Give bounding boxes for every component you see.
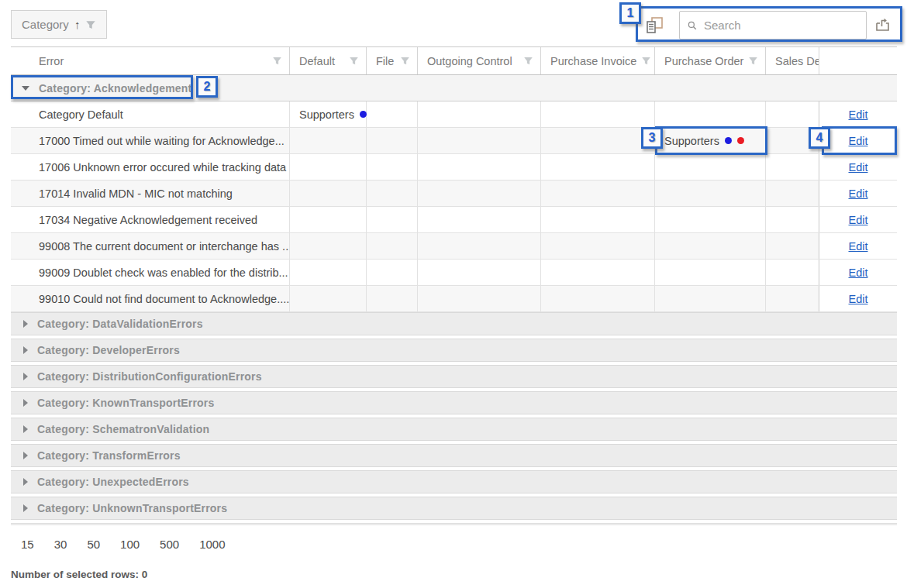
expand-group-icon[interactable] (23, 373, 28, 380)
page-size-option-100[interactable]: 100 (120, 538, 140, 551)
outgoing_control-cell (418, 101, 541, 127)
expand-group-icon[interactable] (23, 452, 28, 459)
purchase_order-cell (655, 260, 766, 285)
edit-link[interactable]: Edit (849, 187, 868, 200)
group-row-collapsed[interactable]: Category: DeveloperErrors (11, 339, 897, 362)
column-header-label: Outgoing Control (427, 55, 512, 67)
column-header-label: File (376, 55, 394, 67)
file-cell (367, 128, 418, 153)
table-row[interactable]: 99010 Could not find document to Acknowl… (11, 286, 897, 312)
filter-icon[interactable] (523, 56, 533, 66)
actions-cell: Edit (819, 101, 897, 127)
column-header-default[interactable]: Default (290, 47, 367, 74)
collapse-group-icon[interactable] (22, 86, 29, 91)
error-cell: Category Default (11, 101, 290, 127)
sales_despatch-cell (766, 181, 819, 206)
column-header-outgoing_control[interactable]: Outgoing Control (418, 47, 541, 74)
group-row-label: Category: DeveloperErrors (37, 344, 180, 356)
grid-bottom-border (11, 523, 897, 525)
table-row[interactable]: 99008 The current document or interchang… (11, 233, 897, 260)
annotation-badge-2: 2 (196, 76, 218, 98)
purchase_order-cell (655, 154, 766, 180)
column-header-purchase_order[interactable]: Purchase Order (655, 47, 766, 74)
sort-ascending-icon[interactable]: ↑ (74, 18, 81, 31)
outgoing_control-cell (418, 154, 541, 180)
expand-group-icon[interactable] (23, 320, 28, 328)
table-row[interactable]: Category DefaultSupportersEdit (11, 101, 897, 128)
expand-group-icon[interactable] (23, 346, 28, 354)
table-row[interactable]: 17014 Invalid MDN - MIC not matchingEdit (11, 181, 897, 207)
file-cell (367, 207, 418, 232)
error-cell: 17006 Unknown error occured while tracki… (11, 154, 290, 180)
export-button[interactable] (874, 17, 891, 33)
errors-grid: ErrorDefaultFileOutgoing ControlPurchase… (11, 46, 897, 525)
group-row-collapsed[interactable]: Category: UnexpectedErrors (11, 470, 897, 493)
edit-link[interactable]: Edit (849, 161, 868, 174)
filter-icon[interactable] (272, 56, 282, 66)
table-row[interactable]: 17006 Unknown error occured while tracki… (11, 154, 897, 181)
column-chooser-button[interactable] (645, 15, 664, 35)
blue-dot-icon (725, 137, 732, 144)
column-header-actions[interactable] (819, 47, 897, 74)
filter-icon[interactable] (641, 56, 651, 66)
search-input[interactable] (704, 19, 858, 32)
edit-link[interactable]: Edit (849, 135, 868, 147)
default-cell (290, 260, 367, 285)
group-row-collapsed[interactable]: Category: KnownTransportErrors (11, 391, 897, 414)
group-row-collapsed[interactable]: Category: DistributionConfigurationError… (11, 365, 897, 388)
edit-link[interactable]: Edit (849, 108, 868, 121)
group-row-collapsed[interactable]: Category: SchematronValidation (11, 418, 897, 441)
actions-cell: Edit4 (819, 128, 897, 153)
table-row[interactable]: 17000 Timed out while waiting for Acknow… (11, 128, 897, 154)
page-size-option-30[interactable]: 30 (54, 538, 67, 551)
column-header-purchase_invoice[interactable]: Purchase Invoice (541, 47, 655, 74)
export-icon (874, 17, 891, 33)
edit-link[interactable]: Edit (849, 214, 868, 226)
table-row[interactable]: 17034 Negative Acknowledgement receivedE… (11, 207, 897, 233)
group-row-label: Category: TransformErrors (37, 449, 181, 462)
funnel-icon[interactable] (85, 19, 96, 30)
outgoing_control-cell (418, 207, 541, 232)
page-size-option-1000[interactable]: 1000 (199, 538, 225, 551)
group-row-collapsed[interactable]: Category: TransformErrors (11, 444, 897, 467)
expand-group-icon[interactable] (23, 478, 28, 486)
group-row-label: Category: DataValidationErrors (37, 318, 203, 330)
column-header-sales_despatch[interactable]: Sales Desp (766, 47, 819, 74)
actions-cell: Edit (819, 154, 897, 180)
collapsed-groups-section: Category: DataValidationErrorsCategory: … (11, 312, 897, 520)
group-row-collapsed[interactable]: Category: DataValidationErrors (11, 312, 897, 335)
edit-link[interactable]: Edit (849, 293, 868, 305)
group-by-chip-category[interactable]: Category ↑ (11, 10, 107, 39)
filter-icon[interactable] (748, 56, 758, 66)
purchase_invoice-cell (541, 154, 655, 180)
search-box (679, 11, 867, 40)
file-cell (367, 154, 418, 180)
column-header-label: Purchase Invoice (550, 55, 636, 67)
group-row-label: Category: UnexpectedErrors (37, 476, 189, 488)
expand-group-icon[interactable] (23, 504, 28, 512)
column-header-error[interactable]: Error (11, 47, 290, 74)
purchase_order-cell (655, 286, 766, 311)
edit-link[interactable]: Edit (849, 266, 868, 279)
grid-body: Category DefaultSupportersEdit17000 Time… (11, 101, 897, 312)
filter-icon[interactable] (349, 56, 359, 66)
page-size-option-500[interactable]: 500 (160, 538, 179, 551)
filter-icon[interactable] (400, 56, 410, 66)
sales_despatch-cell (766, 101, 819, 127)
expand-group-icon[interactable] (23, 425, 28, 433)
edit-link[interactable]: Edit (849, 240, 868, 253)
selected-rows-status: Number of selected rows: 0 (11, 569, 147, 580)
expand-group-icon[interactable] (23, 399, 28, 407)
default-cell (290, 181, 367, 206)
error-configuration-grid-page: Category ↑ (0, 0, 907, 588)
column-header-file[interactable]: File (367, 47, 418, 74)
outgoing_control-cell (418, 286, 541, 311)
group-by-chip-label: Category (22, 18, 69, 31)
default-cell: Supporters (290, 101, 367, 127)
group-row-acknowledgement[interactable]: Category: Acknowledgement 2 (11, 75, 897, 101)
page-size-option-50[interactable]: 50 (87, 538, 100, 551)
table-row[interactable]: 99009 Doublet check was enabled for the … (11, 260, 897, 286)
file-cell (367, 101, 418, 127)
group-row-collapsed[interactable]: Category: UnknownTransportErrors (11, 497, 897, 520)
page-size-option-15[interactable]: 15 (21, 538, 34, 551)
